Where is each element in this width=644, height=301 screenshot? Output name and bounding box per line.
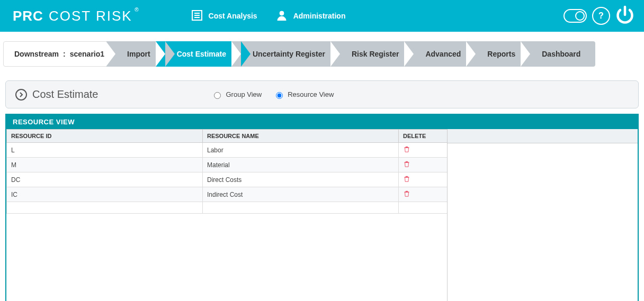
brand-bold: PRC	[13, 8, 43, 24]
step-label: Cost Estimate	[177, 50, 226, 58]
breadcrumb-name: scenario1	[70, 50, 104, 58]
chevron-right-icon[interactable]	[15, 89, 27, 101]
cell-delete	[399, 172, 448, 187]
cell-id[interactable]: DC	[7, 172, 203, 187]
trash-icon[interactable]	[403, 162, 410, 169]
trash-icon[interactable]	[403, 191, 410, 199]
cell-id[interactable]: L	[7, 143, 203, 158]
col-resource-name[interactable]: RESOURCE NAME	[203, 130, 399, 143]
table-row[interactable]: DC Direct Costs	[7, 172, 448, 187]
step-label: Uncertainty Register	[253, 50, 325, 58]
cell-id[interactable]: IC	[7, 187, 203, 202]
table-row[interactable]: L Labor	[7, 143, 448, 158]
brand-logo: PRC COST RISK ®	[13, 8, 132, 24]
resource-table-card: RESOURCE VIEW RESOURCE ID RESOURCE NAME …	[5, 114, 639, 301]
section-title-text: Cost Estimate	[32, 88, 98, 101]
table-row[interactable]: IC Indirect Cost	[7, 187, 448, 202]
menu-label: Administration	[293, 12, 346, 20]
cell-delete	[399, 187, 448, 202]
resource-table: RESOURCE ID RESOURCE NAME DELETE L Labor…	[6, 129, 448, 214]
brand-light: COST RISK	[49, 8, 132, 24]
step-label: Reports	[487, 50, 515, 58]
header-menu: Cost Analysis Administration	[191, 9, 346, 23]
breadcrumb-sep: :	[63, 50, 66, 58]
cell-name[interactable]: Indirect Cost	[203, 187, 399, 202]
step-label: Advanced	[425, 50, 461, 58]
user-icon	[275, 9, 288, 23]
step-label: Dashboard	[542, 50, 580, 58]
radio-resource-view[interactable]: Resource View	[273, 90, 334, 99]
table-header-row: RESOURCE ID RESOURCE NAME DELETE	[7, 130, 448, 143]
table-empty-area	[6, 214, 447, 301]
radio-input-resource[interactable]	[276, 92, 283, 99]
help-button[interactable]: ?	[592, 7, 610, 25]
cell-name[interactable]: Labor	[203, 143, 399, 158]
step-nav: Downstream : scenario1 Import Cost Estim…	[3, 41, 641, 67]
toggle-knob	[575, 11, 585, 21]
cell-id[interactable]: M	[7, 158, 203, 172]
radio-group-view[interactable]: Group View	[211, 90, 262, 99]
table-row[interactable]: M Material	[7, 158, 448, 172]
menu-cost-analysis[interactable]: Cost Analysis	[191, 9, 257, 23]
step-label: Risk Register	[352, 50, 399, 58]
brand-registered: ®	[135, 7, 138, 13]
breadcrumb-prefix: Downstream	[14, 50, 59, 58]
right-header	[448, 129, 638, 143]
power-button[interactable]	[615, 5, 634, 26]
cell-delete	[399, 143, 448, 158]
radio-label: Resource View	[288, 90, 334, 98]
breadcrumb: Downstream : scenario1	[3, 41, 115, 67]
trash-icon[interactable]	[403, 177, 410, 184]
section-panel: Cost Estimate Group View Resource View	[5, 80, 639, 108]
radio-input-group[interactable]	[214, 92, 221, 99]
list-icon	[191, 9, 203, 23]
table-row-empty[interactable]	[7, 202, 448, 214]
section-title: Cost Estimate	[15, 88, 98, 101]
cell-name[interactable]: Material	[203, 158, 399, 172]
step-label: Import	[127, 50, 150, 58]
header-right: ?	[564, 5, 634, 26]
radio-label: Group View	[226, 90, 262, 98]
col-delete[interactable]: DELETE	[399, 130, 448, 143]
menu-administration[interactable]: Administration	[275, 9, 346, 23]
col-resource-id[interactable]: RESOURCE ID	[7, 130, 203, 143]
menu-label: Cost Analysis	[209, 12, 257, 20]
toggle-switch[interactable]	[564, 9, 587, 23]
view-options: Group View Resource View	[211, 90, 334, 99]
cell-name[interactable]: Direct Costs	[203, 172, 399, 187]
app-header: PRC COST RISK ® Cost Analysis Administra…	[0, 0, 644, 32]
svg-point-4	[280, 11, 284, 15]
table-right-pane	[447, 129, 638, 301]
card-title: RESOURCE VIEW	[6, 115, 638, 129]
cell-delete	[399, 158, 448, 172]
trash-icon[interactable]	[403, 147, 410, 154]
